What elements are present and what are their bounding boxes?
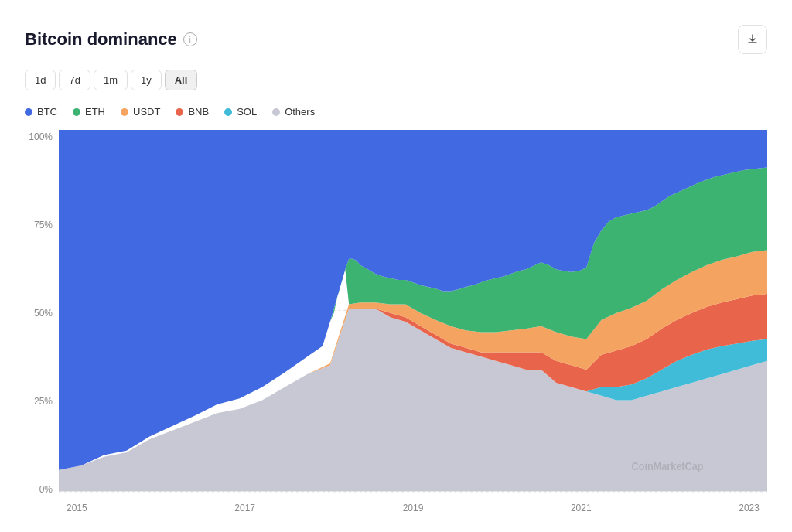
chart-legend: BTC ETH USDT BNB SOL Others (25, 106, 767, 118)
others-dot (272, 108, 280, 116)
legend-others: Others (272, 106, 315, 118)
filter-7d[interactable]: 7d (59, 70, 90, 90)
chart-svg: CoinMarketCap (59, 130, 767, 513)
eth-dot (73, 108, 80, 116)
bnb-label: BNB (188, 106, 209, 118)
sol-label: SOL (237, 106, 257, 118)
legend-sol: SOL (224, 106, 257, 118)
filter-1y[interactable]: 1y (131, 70, 162, 90)
download-icon (746, 33, 759, 46)
x-axis: 2015 2017 2019 2021 2023 (59, 503, 767, 513)
filter-1m[interactable]: 1m (94, 70, 128, 90)
y-label-0: 0% (39, 484, 53, 495)
y-label-25: 25% (34, 396, 53, 407)
legend-eth: ETH (73, 106, 105, 118)
filter-1d[interactable]: 1d (25, 70, 56, 90)
usdt-label: USDT (133, 106, 160, 118)
legend-bnb: BNB (176, 106, 209, 118)
legend-usdt: USDT (121, 106, 160, 118)
y-label-75: 75% (34, 220, 53, 230)
filter-all[interactable]: All (165, 70, 198, 90)
x-label-2017: 2017 (234, 503, 255, 513)
x-label-2019: 2019 (403, 503, 424, 513)
x-label-2023: 2023 (739, 503, 760, 513)
y-axis: 100% 75% 50% 25% 0% (25, 130, 59, 513)
chart-area: 100% 75% 50% 25% 0% (25, 130, 767, 513)
info-icon[interactable]: i (183, 32, 197, 46)
btc-label: BTC (37, 106, 57, 118)
eth-label: ETH (85, 106, 105, 118)
time-filter-group: 1d 7d 1m 1y All (25, 70, 767, 90)
chart-svg-container: CoinMarketCap 2015 2017 2019 2021 2023 (59, 130, 767, 513)
x-label-2015: 2015 (67, 503, 87, 513)
download-button[interactable] (738, 25, 767, 54)
usdt-dot (121, 108, 128, 116)
btc-dot (25, 108, 32, 116)
svg-text:CoinMarketCap: CoinMarketCap (632, 460, 704, 472)
sol-dot (224, 108, 232, 116)
others-label: Others (285, 106, 315, 118)
y-label-50: 50% (34, 308, 53, 319)
legend-btc: BTC (25, 106, 57, 118)
y-label-100: 100% (29, 131, 53, 142)
bnb-dot (176, 108, 183, 116)
page-title: Bitcoin dominance (25, 29, 177, 49)
x-label-2021: 2021 (571, 503, 592, 513)
